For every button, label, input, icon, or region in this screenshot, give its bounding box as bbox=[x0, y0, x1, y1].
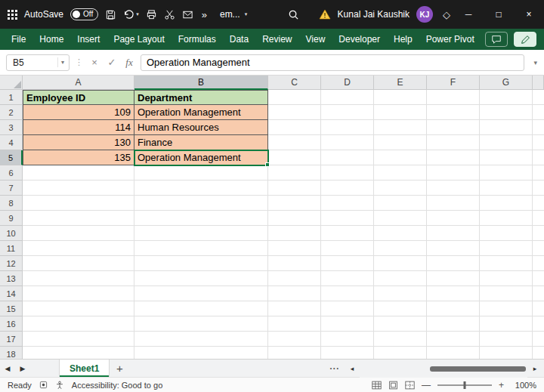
cell-G3[interactable] bbox=[480, 120, 533, 135]
search-icon[interactable] bbox=[288, 9, 299, 20]
sheet-nav-left-icon[interactable]: ◀ bbox=[0, 365, 15, 372]
cell-B5[interactable]: Operation Management bbox=[134, 150, 268, 165]
select-all-button[interactable] bbox=[0, 76, 23, 90]
macro-record-icon[interactable] bbox=[39, 381, 48, 389]
zoom-slider-thumb[interactable] bbox=[463, 381, 465, 389]
cell-F14[interactable] bbox=[427, 286, 480, 301]
cell-G4[interactable] bbox=[480, 135, 533, 150]
cell-F18[interactable] bbox=[427, 347, 480, 359]
cell-C3[interactable] bbox=[268, 120, 321, 135]
cell-F5[interactable] bbox=[427, 150, 480, 165]
cell-G8[interactable] bbox=[480, 196, 533, 211]
cell-E15[interactable] bbox=[374, 301, 427, 316]
row-header-8[interactable]: 8 bbox=[0, 196, 23, 211]
cell-E5[interactable] bbox=[374, 150, 427, 165]
ribbon-tab-review[interactable]: Review bbox=[255, 29, 298, 50]
cell-E7[interactable] bbox=[374, 181, 427, 196]
cell-B9[interactable] bbox=[134, 211, 268, 226]
cell-G7[interactable] bbox=[480, 181, 533, 196]
cell-G14[interactable] bbox=[480, 286, 533, 301]
cell-D10[interactable] bbox=[321, 226, 374, 241]
zoom-level[interactable]: 100% bbox=[511, 381, 536, 390]
cell-C1[interactable] bbox=[268, 90, 321, 105]
cell-G6[interactable] bbox=[480, 165, 533, 181]
cell-C15[interactable] bbox=[268, 301, 321, 316]
cell-E3[interactable] bbox=[374, 120, 427, 135]
enter-button[interactable]: ✓ bbox=[106, 57, 118, 68]
cell-A7[interactable] bbox=[23, 181, 134, 196]
cell-F16[interactable] bbox=[427, 316, 480, 332]
cell-G1[interactable] bbox=[480, 90, 533, 105]
ribbon-tab-file[interactable]: File bbox=[5, 29, 32, 50]
scroll-left-icon[interactable]: ◂ bbox=[345, 365, 360, 372]
cell-F8[interactable] bbox=[427, 196, 480, 211]
column-header-B[interactable]: B bbox=[134, 76, 268, 90]
cell-D3[interactable] bbox=[321, 120, 374, 135]
row-header-4[interactable]: 4 bbox=[0, 135, 23, 150]
row-header-18[interactable]: 18 bbox=[0, 347, 23, 359]
cell-E12[interactable] bbox=[374, 256, 427, 271]
cell-E8[interactable] bbox=[374, 196, 427, 211]
row-header-9[interactable]: 9 bbox=[0, 211, 23, 226]
comments-button[interactable] bbox=[485, 32, 508, 47]
app-icon[interactable] bbox=[8, 10, 17, 20]
cell-C16[interactable] bbox=[268, 316, 321, 332]
cell-D2[interactable] bbox=[321, 105, 374, 120]
ribbon-tab-insert[interactable]: Insert bbox=[70, 29, 107, 50]
cell-F4[interactable] bbox=[427, 135, 480, 150]
column-header-F[interactable]: F bbox=[427, 76, 480, 90]
page-break-view-button[interactable] bbox=[405, 381, 415, 390]
cell-A18[interactable] bbox=[23, 347, 134, 359]
ribbon-tab-page-layout[interactable]: Page Layout bbox=[107, 29, 171, 50]
cell-E9[interactable] bbox=[374, 211, 427, 226]
cell-E2[interactable] bbox=[374, 105, 427, 120]
cell-C9[interactable] bbox=[268, 211, 321, 226]
cell-D6[interactable] bbox=[321, 165, 374, 181]
cell-C13[interactable] bbox=[268, 271, 321, 286]
undo-chevron-icon[interactable]: ▾ bbox=[136, 11, 139, 17]
cell-C12[interactable] bbox=[268, 256, 321, 271]
cell-A15[interactable] bbox=[23, 301, 134, 316]
cell-B6[interactable] bbox=[134, 165, 268, 181]
cell-A13[interactable] bbox=[23, 271, 134, 286]
cell-B8[interactable] bbox=[134, 196, 268, 211]
cell-F12[interactable] bbox=[427, 256, 480, 271]
warning-icon[interactable] bbox=[319, 9, 331, 20]
cell-D17[interactable] bbox=[321, 332, 374, 347]
minimize-button[interactable]: ─ bbox=[453, 0, 484, 29]
row-header-2[interactable]: 2 bbox=[0, 105, 23, 120]
cell-G16[interactable] bbox=[480, 316, 533, 332]
cell-E1[interactable] bbox=[374, 90, 427, 105]
row-header-15[interactable]: 15 bbox=[0, 301, 23, 316]
cell-F15[interactable] bbox=[427, 301, 480, 316]
cell-B12[interactable] bbox=[134, 256, 268, 271]
user-avatar[interactable]: KJ bbox=[416, 6, 433, 23]
cell-F1[interactable] bbox=[427, 90, 480, 105]
row-header-1[interactable]: 1 bbox=[0, 90, 23, 105]
cell-G2[interactable] bbox=[480, 105, 533, 120]
cell-A16[interactable] bbox=[23, 316, 134, 332]
cell-A17[interactable] bbox=[23, 332, 134, 347]
cell-D18[interactable] bbox=[321, 347, 374, 359]
row-header-6[interactable]: 6 bbox=[0, 165, 23, 181]
save-button[interactable] bbox=[105, 9, 116, 20]
cell-G13[interactable] bbox=[480, 271, 533, 286]
cell-C11[interactable] bbox=[268, 241, 321, 256]
cell-B15[interactable] bbox=[134, 301, 268, 316]
cell-A6[interactable] bbox=[23, 165, 134, 181]
ribbon-tab-data[interactable]: Data bbox=[223, 29, 255, 50]
tab-bar-options-icon[interactable]: ••• bbox=[330, 366, 340, 371]
row-header-7[interactable]: 7 bbox=[0, 181, 23, 196]
cell-C2[interactable] bbox=[268, 105, 321, 120]
cell-A2[interactable]: 109 bbox=[23, 105, 134, 120]
cell-C18[interactable] bbox=[268, 347, 321, 359]
ribbon-tab-home[interactable]: Home bbox=[32, 29, 70, 50]
cell-E16[interactable] bbox=[374, 316, 427, 332]
row-header-11[interactable]: 11 bbox=[0, 241, 23, 256]
cell-F10[interactable] bbox=[427, 226, 480, 241]
cell-E14[interactable] bbox=[374, 286, 427, 301]
row-header-5[interactable]: 5 bbox=[0, 150, 23, 165]
autosave-toggle[interactable]: Off bbox=[70, 8, 98, 20]
cell-A9[interactable] bbox=[23, 211, 134, 226]
cell-A3[interactable]: 114 bbox=[23, 120, 134, 135]
